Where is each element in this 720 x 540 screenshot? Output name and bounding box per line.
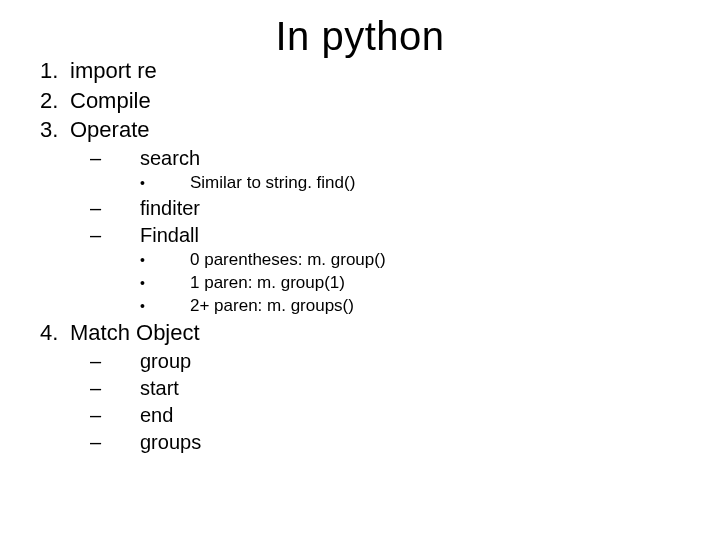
dash-bullet: –	[90, 402, 140, 429]
sub-list: – search • Similar to string. find()	[40, 145, 680, 318]
list-item: • Similar to string. find()	[140, 172, 680, 195]
slide-body: 1. import re 2. Compile 3. Operate	[40, 56, 680, 456]
list-text: start	[140, 375, 179, 402]
dash-bullet: –	[90, 348, 140, 375]
slide-title: In python	[0, 14, 720, 59]
list-item: – start	[90, 375, 680, 402]
list-text: end	[140, 402, 173, 429]
list-text: search	[140, 145, 200, 172]
numbered-list: 1. import re 2. Compile 3. Operate	[40, 56, 680, 456]
sub-list: – group – start – end	[40, 348, 680, 456]
list-item: 3. Operate – search • Similar to string.…	[40, 115, 680, 317]
slide: In python 1. import re 2. Compile 3. Ope…	[0, 0, 720, 540]
dash-bullet: –	[90, 195, 140, 222]
list-number: 1.	[40, 56, 70, 86]
dot-bullet: •	[140, 251, 190, 270]
dot-bullet: •	[140, 297, 190, 316]
list-number: 2.	[40, 86, 70, 116]
dash-bullet: –	[90, 429, 140, 456]
list-number: 4.	[40, 318, 70, 348]
list-text: 2+ paren: m. groups()	[190, 295, 354, 318]
list-item: – Findall • 0 parentheses: m. group() • …	[90, 222, 680, 318]
dot-bullet: •	[140, 274, 190, 293]
list-text: finditer	[140, 195, 200, 222]
list-text: groups	[140, 429, 201, 456]
list-item: • 0 parentheses: m. group()	[140, 249, 680, 272]
list-text: Compile	[70, 86, 151, 116]
sub-sub-list: • 0 parentheses: m. group() • 1 paren: m…	[90, 249, 680, 318]
list-text: 0 parentheses: m. group()	[190, 249, 386, 272]
list-item: • 1 paren: m. group(1)	[140, 272, 680, 295]
list-item: – groups	[90, 429, 680, 456]
dash-bullet: –	[90, 222, 140, 249]
list-item: • 2+ paren: m. groups()	[140, 295, 680, 318]
list-item: 4. Match Object – group – start	[40, 318, 680, 456]
list-item: 1. import re	[40, 56, 680, 86]
list-item: – group	[90, 348, 680, 375]
dash-bullet: –	[90, 145, 140, 172]
list-text: Similar to string. find()	[190, 172, 355, 195]
list-item: – finditer	[90, 195, 680, 222]
list-item: – end	[90, 402, 680, 429]
list-text: Operate	[70, 115, 150, 145]
list-item: 2. Compile	[40, 86, 680, 116]
dot-bullet: •	[140, 174, 190, 193]
list-item: – search • Similar to string. find()	[90, 145, 680, 195]
list-text: 1 paren: m. group(1)	[190, 272, 345, 295]
list-text: Findall	[140, 222, 199, 249]
list-text: group	[140, 348, 191, 375]
dash-bullet: –	[90, 375, 140, 402]
sub-sub-list: • Similar to string. find()	[90, 172, 680, 195]
list-text: import re	[70, 56, 157, 86]
list-number: 3.	[40, 115, 70, 145]
list-text: Match Object	[70, 318, 200, 348]
